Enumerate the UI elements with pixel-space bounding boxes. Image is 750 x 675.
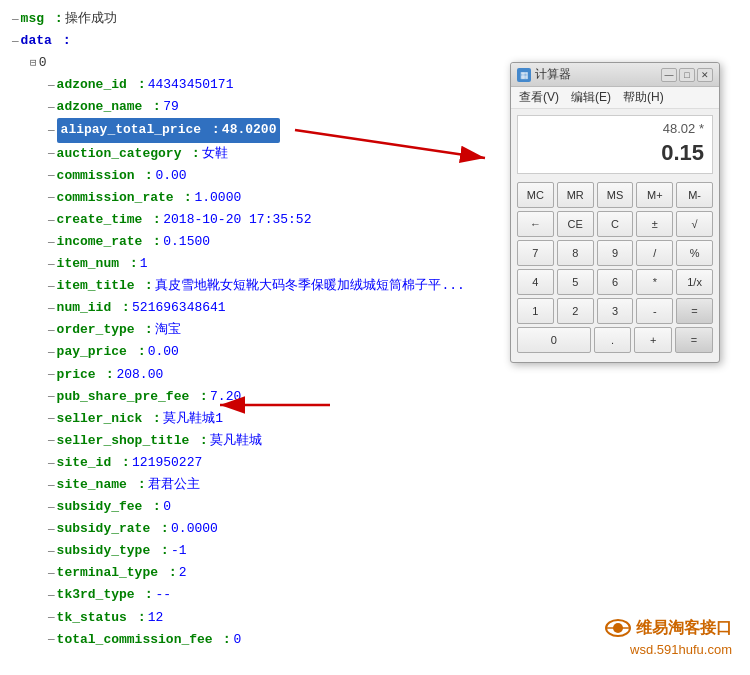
field-key: seller_shop_title ： [57, 430, 210, 452]
data-line: — data ： [12, 30, 738, 52]
btn-4[interactable]: 4 [517, 269, 554, 295]
field-key: alipay_total_price ： [61, 122, 222, 137]
btn-recip[interactable]: 1/x [676, 269, 713, 295]
field-row: —seller_shop_title ：莫凡鞋城 [12, 430, 738, 452]
btn-mc[interactable]: MC [517, 182, 554, 208]
btn-2[interactable]: 2 [557, 298, 594, 324]
data-key: data ： [21, 30, 73, 52]
close-button[interactable]: ✕ [697, 68, 713, 82]
tree-dash-icon: — [48, 211, 55, 230]
field-key: commission ： [57, 165, 156, 187]
field-key: site_name ： [57, 474, 148, 496]
field-key: pay_price ： [57, 341, 148, 363]
field-key: create_time ： [57, 209, 164, 231]
field-value: 女鞋 [202, 143, 228, 165]
msg-key: msg ： [21, 8, 65, 30]
field-value: 0.00 [148, 341, 179, 363]
btn-mplus[interactable]: M+ [636, 182, 673, 208]
btn-7[interactable]: 7 [517, 240, 554, 266]
btn-c[interactable]: C [597, 211, 634, 237]
btn-mr[interactable]: MR [557, 182, 594, 208]
btn-mul[interactable]: * [636, 269, 673, 295]
field-value: 521696348641 [132, 297, 226, 319]
btn-dot[interactable]: . [594, 327, 632, 353]
tree-dash-icon: — [48, 387, 55, 406]
calc-menubar: 查看(V) 编辑(E) 帮助(H) [511, 87, 719, 109]
tree-dash-icon: — [48, 277, 55, 296]
field-key: item_title ： [57, 275, 156, 297]
btn-div[interactable]: / [636, 240, 673, 266]
field-value: 0.0000 [171, 518, 218, 540]
btn-mminus[interactable]: M- [676, 182, 713, 208]
tree-dash-icon: — [48, 476, 55, 495]
calc-display: 48.02 * 0.15 [517, 115, 713, 174]
field-value: 莫凡鞋城 [210, 430, 262, 452]
btn-9[interactable]: 9 [597, 240, 634, 266]
btn-minus[interactable]: - [636, 298, 673, 324]
field-value: -- [155, 584, 171, 606]
field-value: 君君公主 [148, 474, 200, 496]
field-value: 121950227 [132, 452, 202, 474]
field-row: —subsidy_rate ：0.0000 [12, 518, 738, 540]
field-key: site_id ： [57, 452, 132, 474]
tree-dash-icon: — [48, 166, 55, 185]
btn-1[interactable]: 1 [517, 298, 554, 324]
watermark-text-top: 维易淘客接口 [636, 618, 732, 639]
field-key: tk_status ： [57, 607, 148, 629]
tree-dash-icon: — [48, 233, 55, 252]
field-key: subsidy_type ： [57, 540, 171, 562]
tree-dash-icon: — [48, 121, 55, 140]
btn-ce[interactable]: CE [557, 211, 594, 237]
tree-dash-icon: — [48, 520, 55, 539]
field-value: 真皮雪地靴女短靴大码冬季保暖加绒城短筒棉子平... [155, 275, 464, 297]
field-value: 12 [148, 607, 164, 629]
tree-dash-icon: — [48, 498, 55, 517]
btn-3[interactable]: 3 [597, 298, 634, 324]
field-row: —terminal_type ：2 [12, 562, 738, 584]
calculator-window[interactable]: ▦ 计算器 — □ ✕ 查看(V) 编辑(E) 帮助(H) 48.02 * 0.… [510, 62, 720, 363]
calc-titlebar: ▦ 计算器 — □ ✕ [511, 63, 719, 87]
calc-expr: 48.02 * [526, 120, 704, 138]
msg-value: 操作成功 [65, 8, 117, 30]
field-row: —site_id ：121950227 [12, 452, 738, 474]
tree-dash-icon: — [48, 564, 55, 583]
btn-pct[interactable]: % [676, 240, 713, 266]
minus-icon-2: — [12, 32, 19, 51]
btn-8[interactable]: 8 [557, 240, 594, 266]
btn-sign[interactable]: ± [636, 211, 673, 237]
watermark-logo: 维易淘客接口 [604, 614, 732, 642]
btn-plus[interactable]: + [634, 327, 672, 353]
btn-eq-top[interactable]: = [676, 298, 713, 324]
calc-row-4: 4 5 6 * 1/x [517, 269, 713, 295]
btn-6[interactable]: 6 [597, 269, 634, 295]
maximize-button[interactable]: □ [679, 68, 695, 82]
calc-value: 0.15 [526, 138, 704, 169]
btn-back[interactable]: ← [517, 211, 554, 237]
btn-eq-bottom[interactable]: = [675, 327, 713, 353]
minimize-button[interactable]: — [661, 68, 677, 82]
field-row: —tk3rd_type ：-- [12, 584, 738, 606]
tree-dash-icon: — [48, 365, 55, 384]
btn-0[interactable]: 0 [517, 327, 591, 353]
menu-view[interactable]: 查看(V) [519, 89, 559, 106]
field-value: 淘宝 [155, 319, 181, 341]
calc-app-icon: ▦ [517, 68, 531, 82]
msg-line: — msg ： 操作成功 [12, 8, 738, 30]
btn-ms[interactable]: MS [597, 182, 634, 208]
btn-5[interactable]: 5 [557, 269, 594, 295]
tree-dash-icon: — [48, 321, 55, 340]
calc-controls[interactable]: — □ ✕ [661, 68, 713, 82]
field-value: 1 [140, 253, 148, 275]
menu-edit[interactable]: 编辑(E) [571, 89, 611, 106]
field-key: price ： [57, 364, 117, 386]
field-value: 0.1500 [163, 231, 210, 253]
btn-sqrt[interactable]: √ [676, 211, 713, 237]
field-key: commission_rate ： [57, 187, 195, 209]
tree-dash-icon: — [48, 98, 55, 117]
menu-help[interactable]: 帮助(H) [623, 89, 664, 106]
field-value: 0 [233, 629, 241, 651]
tree-dash-icon: — [48, 608, 55, 627]
calc-title: 计算器 [535, 66, 571, 83]
field-row: —price ：208.00 [12, 364, 738, 386]
field-key: terminal_type ： [57, 562, 179, 584]
